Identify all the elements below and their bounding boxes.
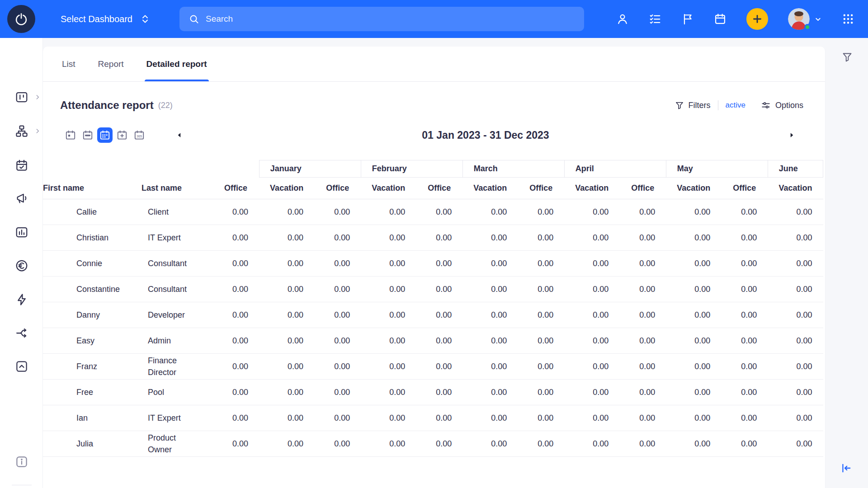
- value-cell: 0.00: [314, 354, 361, 380]
- last-name-cell: IT Expert: [142, 225, 212, 251]
- page-title: Attendance report: [60, 99, 154, 112]
- record-count: (22): [158, 101, 173, 110]
- value-cell: 0.00: [416, 302, 462, 328]
- month-header: March: [462, 160, 564, 178]
- office-subheader: Office: [314, 178, 361, 199]
- value-cell: 0.00: [462, 431, 518, 457]
- dashboard-selector[interactable]: Select Dashboard: [61, 14, 150, 24]
- sidebar-org-chart-expand-icon[interactable]: [34, 128, 41, 134]
- search-bar[interactable]: [179, 7, 584, 31]
- value-cell: 0.00: [721, 302, 768, 328]
- value-cell: 0.00: [212, 199, 259, 225]
- value-cell: 0.00: [768, 354, 823, 380]
- main-area: List Report Detailed report Attendance r…: [43, 38, 868, 488]
- sidebar-reports-icon[interactable]: [15, 225, 28, 239]
- calendar-icon[interactable]: [714, 13, 726, 25]
- app-logo[interactable]: [7, 5, 35, 33]
- value-cell: 0.00: [259, 405, 314, 431]
- value-cell: 0.00: [564, 380, 619, 405]
- search-icon: [189, 14, 199, 24]
- first-name-cell: Danny: [43, 302, 142, 328]
- table-row: IanIT Expert0.000.000.000.000.000.000.00…: [43, 405, 823, 431]
- range-week-icon[interactable]: [80, 127, 95, 143]
- vacation-subheader: Vacation: [259, 178, 314, 199]
- sidebar-org-chart-icon[interactable]: [15, 124, 28, 138]
- value-cell: 0.00: [768, 277, 823, 302]
- vacation-subheader: Vacation: [462, 178, 518, 199]
- table-row: ConnieConsultant0.000.000.000.000.000.00…: [43, 251, 823, 277]
- value-cell: 0.00: [259, 277, 314, 302]
- sidebar-announcement-icon[interactable]: [15, 192, 28, 205]
- topbar-actions: [616, 8, 854, 30]
- vacation-subheader: Vacation: [768, 178, 823, 199]
- user-icon[interactable]: [616, 13, 629, 25]
- sidebar-workflows-icon[interactable]: [15, 326, 28, 340]
- sidebar-attendance-icon[interactable]: [15, 159, 28, 172]
- next-period-button[interactable]: [785, 129, 798, 141]
- value-cell: 0.00: [462, 302, 518, 328]
- sidebar-payroll-euro-icon[interactable]: [15, 259, 28, 272]
- collapse-panel-icon[interactable]: [840, 462, 853, 474]
- filter-panel-icon[interactable]: [842, 52, 853, 62]
- value-cell: 0.00: [212, 277, 259, 302]
- sidebar-dashboard-expand-icon[interactable]: [34, 94, 41, 100]
- value-cell: 0.00: [768, 199, 823, 225]
- value-cell: 0.00: [518, 277, 564, 302]
- sidebar-automation-bolt-icon[interactable]: [15, 293, 28, 306]
- office-subheader: Office: [619, 178, 666, 199]
- value-cell: 0.00: [619, 354, 666, 380]
- tab-list[interactable]: List: [60, 47, 77, 81]
- value-cell: 0.00: [259, 431, 314, 457]
- last-name-cell: Product Owner: [142, 431, 212, 457]
- flag-icon[interactable]: [681, 13, 694, 25]
- tasks-icon[interactable]: [649, 13, 661, 25]
- first-name-cell: Julia: [43, 431, 142, 457]
- value-cell: 0.00: [259, 251, 314, 277]
- previous-period-button[interactable]: [173, 129, 186, 141]
- value-cell: 0.00: [416, 354, 462, 380]
- attendance-table-head: JanuaryFebruaryMarchAprilMayJuneFirst na…: [43, 160, 823, 199]
- online-status-dot: [804, 24, 811, 30]
- date-range-label: 01 Jan 2023 - 31 Dec 2023: [186, 129, 785, 141]
- value-cell: 0.00: [416, 328, 462, 354]
- search-input[interactable]: [206, 14, 575, 24]
- attendance-table: JanuaryFebruaryMarchAprilMayJuneFirst na…: [43, 160, 823, 457]
- value-cell: 0.00: [564, 225, 619, 251]
- range-year-icon[interactable]: 365: [132, 127, 147, 143]
- last-name-header: Last name: [142, 178, 212, 199]
- value-cell: 0.00: [768, 380, 823, 405]
- value-cell: 0.00: [361, 225, 416, 251]
- value-cell: 0.00: [212, 328, 259, 354]
- value-cell: 0.00: [619, 277, 666, 302]
- sidebar-square-chevron-up-icon[interactable]: [15, 360, 28, 373]
- value-cell: 0.00: [666, 225, 721, 251]
- filter-funnel-icon[interactable]: [675, 101, 684, 110]
- range-month-icon[interactable]: [97, 127, 113, 143]
- add-button[interactable]: [746, 8, 768, 30]
- filters-button[interactable]: Filters: [689, 101, 711, 110]
- value-cell: 0.00: [518, 354, 564, 380]
- tab-detailed-report[interactable]: Detailed report: [145, 47, 209, 81]
- value-cell: 0.00: [768, 251, 823, 277]
- avatar[interactable]: [788, 8, 810, 30]
- sidebar-dashboard-icon[interactable]: [15, 90, 28, 104]
- value-cell: 0.00: [361, 251, 416, 277]
- month-header: May: [666, 160, 768, 178]
- power-logo-icon: [15, 13, 28, 25]
- options-button[interactable]: Options: [761, 100, 803, 110]
- value-cell: 0.00: [462, 225, 518, 251]
- apps-grid-icon[interactable]: [842, 13, 854, 25]
- value-cell: 0.00: [259, 380, 314, 405]
- range-day-icon[interactable]: [63, 127, 78, 143]
- active-filter-link[interactable]: active: [726, 101, 745, 110]
- last-name-cell: Client: [142, 199, 212, 225]
- info-icon[interactable]: [15, 455, 28, 469]
- month-header: February: [361, 160, 462, 178]
- value-cell: 0.00: [314, 225, 361, 251]
- user-menu[interactable]: [788, 8, 822, 30]
- value-cell: 0.00: [768, 431, 823, 457]
- last-name-cell: Developer: [142, 302, 212, 328]
- range-custom-icon[interactable]: [114, 127, 130, 143]
- value-cell: 0.00: [564, 251, 619, 277]
- tab-report[interactable]: Report: [96, 47, 126, 81]
